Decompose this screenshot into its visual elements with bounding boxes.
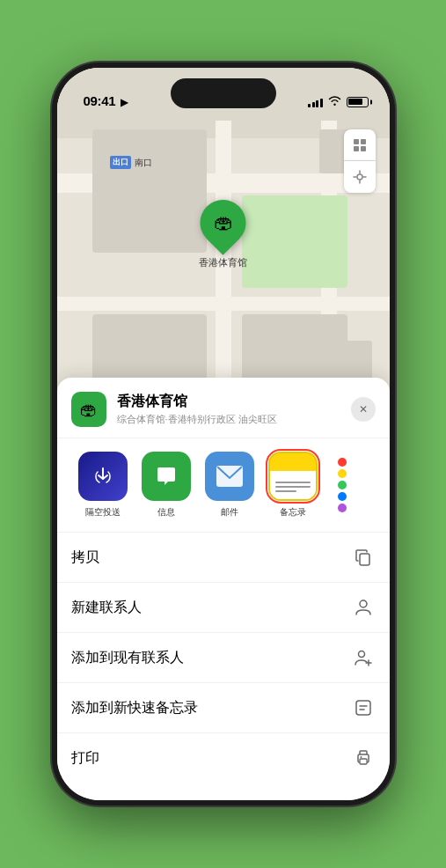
svg-point-12 xyxy=(358,651,364,658)
person-add-icon xyxy=(351,645,376,670)
action-copy[interactable]: 拷贝 xyxy=(57,533,390,583)
dynamic-island xyxy=(171,78,276,108)
battery-icon xyxy=(347,97,369,107)
location-name: 香港体育馆 xyxy=(117,393,340,411)
stadium-icon: 🏟 xyxy=(214,211,233,234)
svg-rect-10 xyxy=(360,554,369,565)
action-print[interactable]: 打印 xyxy=(57,733,390,783)
messages-icon xyxy=(142,452,191,501)
svg-rect-15 xyxy=(356,701,370,715)
share-app-more[interactable] xyxy=(325,451,360,519)
location-venue-icon: 🏟 xyxy=(71,392,106,427)
map-label: 出口 南口 xyxy=(110,156,152,169)
notes-label: 备忘录 xyxy=(280,506,306,519)
map-label-text: 南口 xyxy=(135,157,152,169)
note-add-icon xyxy=(351,695,376,720)
svg-rect-1 xyxy=(361,139,366,144)
airdrop-label: 隔空投送 xyxy=(85,506,121,519)
action-new-contact-label: 新建联系人 xyxy=(71,599,142,617)
location-header: 🏟 香港体育馆 综合体育馆·香港特别行政区 油尖旺区 ✕ xyxy=(57,378,390,438)
svg-point-4 xyxy=(357,174,362,180)
location-arrow-icon: ▶ xyxy=(121,97,128,107)
phone-frame: 09:41 ▶ xyxy=(52,63,395,805)
share-app-mail[interactable]: 邮件 xyxy=(198,452,261,519)
notes-icon xyxy=(268,452,318,501)
messages-label: 信息 xyxy=(157,506,175,519)
svg-point-11 xyxy=(360,600,367,607)
map-controls xyxy=(344,129,376,193)
map-label-badge: 出口 xyxy=(110,156,131,169)
svg-rect-2 xyxy=(354,146,359,151)
status-icons xyxy=(308,95,369,108)
action-new-contact[interactable]: 新建联系人 xyxy=(57,583,390,633)
svg-rect-0 xyxy=(354,139,359,144)
printer-icon xyxy=(351,746,376,770)
action-add-notes-label: 添加到新快速备忘录 xyxy=(71,699,198,717)
phone-screen: 09:41 ▶ xyxy=(57,68,390,800)
bottom-sheet: 🏟 香港体育馆 综合体育馆·香港特别行政区 油尖旺区 ✕ xyxy=(57,378,390,800)
action-print-label: 打印 xyxy=(71,749,99,768)
action-add-existing[interactable]: 添加到现有联系人 xyxy=(57,633,390,683)
svg-rect-19 xyxy=(360,759,367,764)
action-add-notes[interactable]: 添加到新快速备忘录 xyxy=(57,683,390,733)
mail-label: 邮件 xyxy=(221,506,238,519)
action-add-existing-label: 添加到现有联系人 xyxy=(71,649,184,667)
action-copy-label: 拷贝 xyxy=(71,548,99,567)
airdrop-icon xyxy=(78,452,128,501)
wifi-icon xyxy=(328,95,341,108)
svg-point-20 xyxy=(360,756,362,758)
copy-icon xyxy=(351,545,376,570)
location-info: 香港体育馆 综合体育馆·香港特别行政区 油尖旺区 xyxy=(117,393,340,426)
marker-label: 香港体育馆 xyxy=(199,256,247,269)
stadium-marker[interactable]: 🏟 香港体育馆 xyxy=(199,200,247,269)
share-app-messages[interactable]: 信息 xyxy=(135,452,198,519)
action-list: 拷贝 新建联系人 xyxy=(57,533,390,783)
share-app-airdrop[interactable]: 隔空投送 xyxy=(71,452,135,519)
close-button[interactable]: ✕ xyxy=(351,397,376,422)
map-type-button[interactable] xyxy=(344,129,376,161)
location-button[interactable] xyxy=(344,161,376,193)
marker-pin: 🏟 xyxy=(191,190,256,255)
location-subtitle: 综合体育馆·香港特别行政区 油尖旺区 xyxy=(117,413,340,426)
share-app-notes[interactable]: 备忘录 xyxy=(261,452,325,519)
svg-rect-3 xyxy=(361,146,366,151)
signal-bars-icon xyxy=(308,97,323,107)
status-time: 09:41 ▶ xyxy=(84,93,128,108)
share-apps-row: 隔空投送 信息 xyxy=(57,438,390,533)
mail-icon xyxy=(205,452,254,501)
person-icon xyxy=(351,595,376,620)
